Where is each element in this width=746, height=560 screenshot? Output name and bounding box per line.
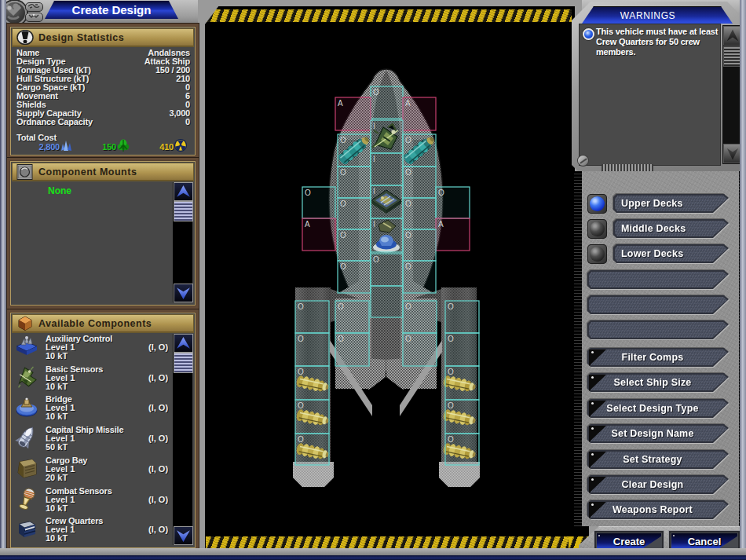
svg-text:O: O [298, 435, 304, 444]
svg-text:O: O [405, 262, 411, 271]
svg-text:O: O [305, 188, 311, 197]
svg-text:I: I [373, 122, 375, 130]
svg-text:O: O [340, 168, 346, 177]
svg-text:O: O [405, 136, 411, 145]
svg-text:A: A [305, 220, 310, 229]
svg-text:O: O [448, 368, 454, 376]
svg-text:O: O [405, 168, 411, 177]
svg-text:O: O [373, 255, 379, 264]
svg-text:A: A [405, 99, 411, 108]
svg-text:O: O [298, 335, 304, 343]
svg-text:O: O [340, 199, 346, 208]
svg-text:O: O [405, 199, 411, 208]
svg-text:I: I [373, 155, 375, 163]
svg-text:O: O [340, 136, 346, 145]
svg-text:I: I [373, 187, 375, 196]
svg-text:O: O [448, 435, 454, 444]
svg-text:O: O [438, 188, 444, 197]
svg-text:A: A [438, 220, 444, 229]
svg-text:O: O [373, 88, 379, 97]
svg-text:O: O [405, 335, 411, 343]
svg-text:O: O [338, 335, 344, 343]
svg-text:O: O [448, 302, 454, 311]
svg-text:O: O [298, 401, 304, 410]
svg-text:O: O [340, 262, 346, 271]
svg-text:O: O [405, 231, 411, 240]
svg-text:O: O [338, 302, 344, 311]
svg-text:O: O [405, 302, 411, 311]
svg-text:O: O [298, 368, 304, 376]
svg-text:O: O [298, 302, 304, 311]
svg-text:A: A [338, 99, 343, 108]
svg-text:O: O [448, 401, 454, 410]
svg-text:O: O [448, 335, 454, 343]
svg-text:O: O [340, 231, 346, 240]
svg-text:I: I [373, 220, 375, 229]
